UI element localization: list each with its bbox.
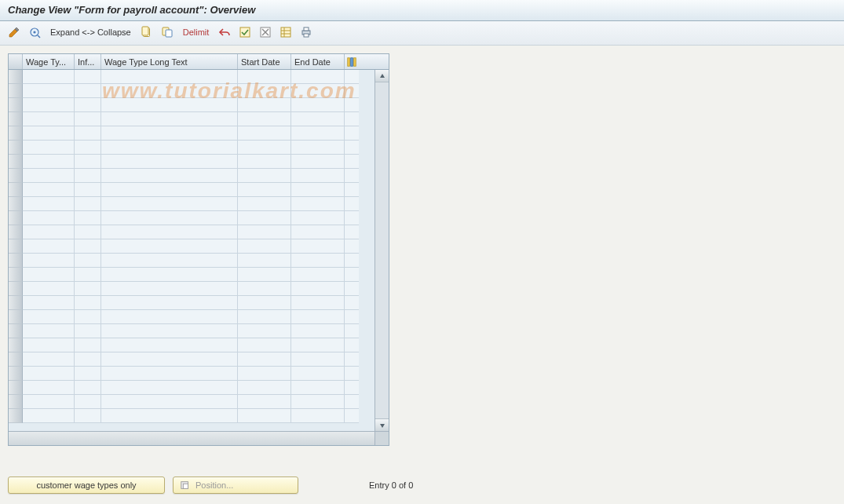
cell-end-date[interactable] (291, 310, 345, 324)
cell-end-date[interactable] (291, 254, 345, 268)
table-row[interactable] (9, 225, 375, 239)
cell-inf[interactable] (75, 239, 101, 254)
cell-start-date[interactable] (238, 70, 291, 84)
cell-inf[interactable] (75, 296, 101, 310)
table-row[interactable] (9, 126, 375, 141)
cell-inf[interactable] (75, 409, 101, 423)
cell-inf[interactable] (75, 395, 101, 409)
cell-end-date[interactable] (291, 98, 345, 112)
row-selector[interactable] (9, 310, 23, 324)
cell-inf[interactable] (75, 211, 101, 225)
other-view-icon[interactable] (27, 24, 42, 40)
table-row[interactable] (9, 409, 375, 423)
table-row[interactable] (9, 254, 375, 268)
cell-long-text[interactable] (101, 197, 238, 211)
cell-long-text[interactable] (101, 282, 238, 296)
row-selector[interactable] (9, 254, 23, 268)
cell-inf[interactable] (75, 169, 101, 183)
cell-inf[interactable] (75, 268, 101, 282)
row-selector-header[interactable] (9, 54, 23, 69)
cell-end-date[interactable] (291, 141, 345, 155)
cell-wage-type[interactable] (23, 183, 75, 197)
cell-long-text[interactable] (101, 183, 238, 197)
cell-long-text[interactable] (101, 112, 238, 126)
scroll-down-icon[interactable] (375, 418, 389, 431)
cell-wage-type[interactable] (23, 395, 75, 409)
cell-wage-type[interactable] (23, 211, 75, 225)
row-selector[interactable] (9, 225, 23, 239)
cell-inf[interactable] (75, 225, 101, 239)
cell-inf[interactable] (75, 84, 101, 98)
row-selector[interactable] (9, 126, 23, 141)
table-row[interactable] (9, 338, 375, 352)
horizontal-scrollbar[interactable] (9, 431, 375, 445)
cell-start-date[interactable] (238, 282, 291, 296)
row-selector[interactable] (9, 282, 23, 296)
cell-inf[interactable] (75, 324, 101, 338)
cell-inf[interactable] (75, 254, 101, 268)
cell-inf[interactable] (75, 352, 101, 367)
cell-start-date[interactable] (238, 211, 291, 225)
cell-start-date[interactable] (238, 98, 291, 112)
table-row[interactable] (9, 296, 375, 310)
cell-inf[interactable] (75, 381, 101, 395)
cell-long-text[interactable] (101, 310, 238, 324)
col-header-wage-type[interactable]: Wage Ty... (23, 54, 75, 69)
cell-long-text[interactable] (101, 395, 238, 409)
deselect-all-icon[interactable] (258, 24, 273, 40)
cell-end-date[interactable] (291, 239, 345, 254)
cell-wage-type[interactable] (23, 141, 75, 155)
cell-end-date[interactable] (291, 225, 345, 239)
vertical-scrollbar[interactable] (375, 70, 389, 431)
cell-long-text[interactable] (101, 409, 238, 423)
cell-wage-type[interactable] (23, 296, 75, 310)
row-selector[interactable] (9, 211, 23, 225)
cell-end-date[interactable] (291, 155, 345, 169)
cell-end-date[interactable] (291, 282, 345, 296)
cell-start-date[interactable] (238, 141, 291, 155)
cell-start-date[interactable] (238, 254, 291, 268)
row-selector[interactable] (9, 141, 23, 155)
row-selector[interactable] (9, 112, 23, 126)
cell-long-text[interactable] (101, 367, 238, 381)
cell-start-date[interactable] (238, 352, 291, 367)
row-selector[interactable] (9, 409, 23, 423)
cell-start-date[interactable] (238, 381, 291, 395)
cell-long-text[interactable] (101, 296, 238, 310)
print-icon[interactable] (298, 24, 314, 40)
cell-start-date[interactable] (238, 84, 291, 98)
cell-start-date[interactable] (238, 367, 291, 381)
row-selector[interactable] (9, 367, 23, 381)
table-row[interactable] (9, 84, 375, 98)
cell-long-text[interactable] (101, 225, 238, 239)
cell-long-text[interactable] (101, 268, 238, 282)
cell-wage-type[interactable] (23, 112, 75, 126)
cell-start-date[interactable] (238, 324, 291, 338)
expand-collapse-button[interactable]: Expand <-> Collapse (47, 24, 134, 40)
cell-end-date[interactable] (291, 296, 345, 310)
cell-start-date[interactable] (238, 338, 291, 352)
customer-wage-types-button[interactable]: customer wage types only (8, 477, 165, 494)
cell-end-date[interactable] (291, 84, 345, 98)
cell-wage-type[interactable] (23, 126, 75, 141)
cell-long-text[interactable] (101, 84, 238, 98)
cell-end-date[interactable] (291, 409, 345, 423)
cell-inf[interactable] (75, 98, 101, 112)
table-row[interactable] (9, 239, 375, 254)
row-selector[interactable] (9, 239, 23, 254)
row-selector[interactable] (9, 98, 23, 112)
col-header-inf[interactable]: Inf... (75, 54, 101, 69)
cell-end-date[interactable] (291, 381, 345, 395)
table-row[interactable] (9, 70, 375, 84)
table-row[interactable] (9, 310, 375, 324)
table-row[interactable] (9, 352, 375, 367)
cell-end-date[interactable] (291, 352, 345, 367)
cell-wage-type[interactable] (23, 367, 75, 381)
cell-long-text[interactable] (101, 338, 238, 352)
scroll-track[interactable] (375, 82, 389, 418)
cell-end-date[interactable] (291, 112, 345, 126)
table-settings-icon[interactable] (278, 24, 294, 40)
cell-wage-type[interactable] (23, 225, 75, 239)
table-row[interactable] (9, 367, 375, 381)
cell-wage-type[interactable] (23, 338, 75, 352)
